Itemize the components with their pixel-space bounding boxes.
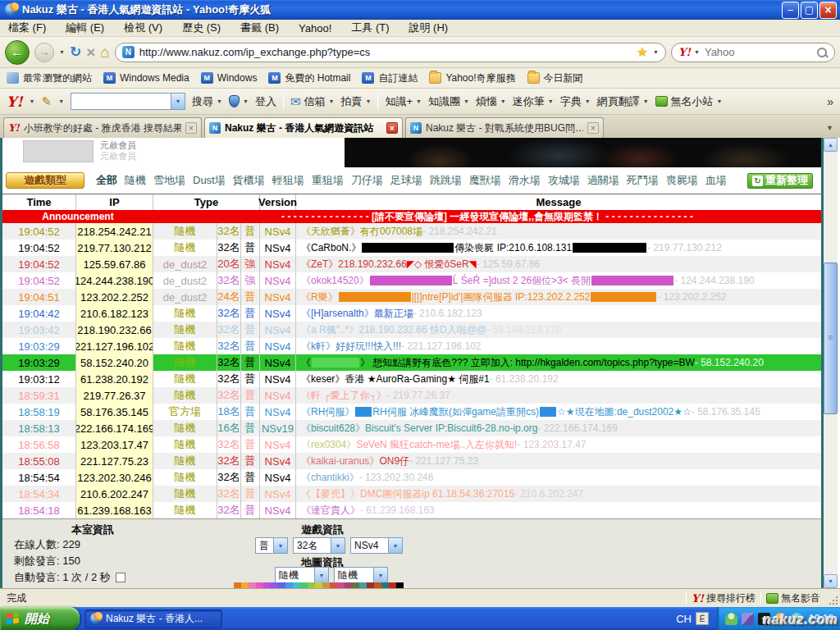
browser-tab[interactable]: Y!小班教学的好處 - 雅虎香港 搜尋結果× xyxy=(3,117,202,138)
palette-swatch[interactable] xyxy=(337,582,345,588)
yahoo-toolbar-item[interactable]: 知識+▼ xyxy=(385,94,422,109)
combo-dropdown-icon[interactable]: ▼ xyxy=(171,94,185,109)
table-row[interactable]: 19:03:1261.238.20.192隨機32名普NSv4《keser》香港… xyxy=(2,371,821,387)
maximize-button[interactable]: ▢ xyxy=(801,2,818,19)
tab-list-dropdown-icon[interactable]: ▼ xyxy=(823,124,837,132)
tray-app-icon[interactable] xyxy=(774,613,787,625)
bookmark-item[interactable]: MWindows xyxy=(201,72,258,84)
yahoo-toolbar-item[interactable]: ▼ xyxy=(229,95,249,107)
game-select[interactable]: NSv4▼ xyxy=(350,537,403,554)
browser-tab[interactable]: NNakuz 樂古 - 對戰系統使用BUG問…× xyxy=(405,117,604,138)
dropdown-caret-icon[interactable]: ▼ xyxy=(217,98,222,104)
refresh-list-button[interactable]: ↻ 重新整理 xyxy=(747,173,813,189)
game-type-link[interactable]: 重狙場 xyxy=(312,173,344,188)
yahoo-search-box[interactable]: Y! ▼ xyxy=(671,43,835,62)
game-type-link[interactable]: 隨機 xyxy=(125,173,146,188)
close-button[interactable]: × xyxy=(819,2,837,19)
dropdown-caret-icon[interactable]: ▼ xyxy=(717,98,723,104)
dropdown-caret-icon[interactable]: ▼ xyxy=(500,98,506,104)
pencil-icon[interactable]: ✎ xyxy=(42,94,52,109)
minimize-button[interactable]: – xyxy=(782,2,799,19)
select-dropdown-icon[interactable]: ▼ xyxy=(273,538,287,553)
table-row[interactable]: 18:54:1861.239.168.163隨機32名普NSv4《達官貴人》 -… xyxy=(2,502,821,518)
dropdown-caret-icon[interactable]: ▼ xyxy=(585,98,591,104)
tab-close-icon[interactable]: × xyxy=(185,122,197,134)
game-select[interactable]: 普▼ xyxy=(255,537,288,554)
game-type-link[interactable]: 過關場 xyxy=(587,173,619,188)
palette-swatch[interactable] xyxy=(330,582,337,588)
browser-tab[interactable]: NNakuz 樂古 - 香港人氣網遊資訊站× xyxy=(204,117,403,138)
dropdown-caret-icon[interactable]: ▼ xyxy=(416,98,422,104)
map-select[interactable]: 隨機▼ xyxy=(275,567,329,583)
game-type-link[interactable]: 貨櫃場 xyxy=(233,173,265,188)
menu-item[interactable]: 說明 (H) xyxy=(409,21,449,35)
tray-clock[interactable]: 19:12 xyxy=(809,613,833,624)
yahoo-toolbar-item[interactable]: 網頁翻譯▼ xyxy=(597,94,649,109)
table-row[interactable]: 18:56:58123.203.17.47隨機32名普NSv4《rex0304》… xyxy=(2,436,821,453)
bookmark-item[interactable]: Yahoo!奇摩服務 xyxy=(429,71,515,85)
palette-swatch[interactable] xyxy=(367,582,374,588)
scroll-down-icon[interactable]: ▼ xyxy=(824,574,838,588)
select-dropdown-icon[interactable]: ▼ xyxy=(373,568,387,582)
palette-swatch[interactable] xyxy=(389,582,396,588)
address-bar[interactable]: N http://www.nakuz.com/ip_exchange.php?t… xyxy=(115,43,666,62)
tray-update-icon[interactable] xyxy=(791,613,803,625)
yahoo-toolbar-item[interactable]: 無名小站▼ xyxy=(655,94,723,109)
tray-messenger-icon[interactable] xyxy=(725,613,737,625)
palette-swatch[interactable] xyxy=(308,582,315,588)
menu-item[interactable]: 書籤 (B) xyxy=(240,21,279,35)
forward-button[interactable]: → xyxy=(34,43,54,62)
palette-swatch[interactable] xyxy=(278,582,285,588)
ime-icon[interactable]: É xyxy=(696,612,709,625)
bookmark-item[interactable]: M自訂連結 xyxy=(362,71,418,85)
tray-media-icon[interactable] xyxy=(758,613,770,625)
table-row[interactable]: 18:54:54123.202.30.246隨機32名普NSv4《chantik… xyxy=(2,469,821,486)
url-text[interactable]: http://www.nakuz.com/ip_exchange.php?typ… xyxy=(139,46,632,58)
dropdown-caret-icon[interactable]: ▼ xyxy=(643,98,649,104)
palette-swatch[interactable] xyxy=(285,582,293,588)
menu-item[interactable]: 檔案 (F) xyxy=(8,21,46,35)
palette-swatch[interactable] xyxy=(241,582,249,588)
game-type-link[interactable]: 魔獸場 xyxy=(469,173,501,188)
table-row[interactable]: 19:03:29221.127.196.102隨機32名普NSv4《k軒》好好玩… xyxy=(2,338,821,354)
yahoo-toolbar-item[interactable]: 煩惱▼ xyxy=(476,94,506,109)
game-type-link[interactable]: 喪屍場 xyxy=(666,173,698,188)
table-row[interactable]: 18:58:1958.176.35.145官方場18名普NSv4《RH伺服》RH… xyxy=(2,404,821,420)
table-row[interactable]: 19:04:51123.202.2.252de_dust224名普NSv4《R樂… xyxy=(2,289,821,305)
map-select[interactable]: 隨機▼ xyxy=(334,567,388,583)
menu-item[interactable]: 編輯 (E) xyxy=(66,21,104,35)
scroll-up-icon[interactable]: ▲ xyxy=(824,138,838,152)
table-row[interactable]: 18:55:08221.127.75.23隨機32名普NSv4《kaikai-u… xyxy=(2,453,821,469)
game-type-link[interactable]: Dust場 xyxy=(193,173,226,188)
bookmark-item[interactable]: 最常瀏覽的網站 xyxy=(7,71,92,85)
game-type-link[interactable]: 跳跳場 xyxy=(430,173,462,188)
table-row[interactable]: 19:04:52219.77.130.212隨機32名普NSv4《CaRboN.… xyxy=(2,240,821,256)
language-indicator[interactable]: CH É xyxy=(676,612,709,625)
yahoo-toolbar-item[interactable]: 迷你筆▼ xyxy=(513,94,554,109)
bookmark-star-icon[interactable]: ★ xyxy=(637,44,648,60)
palette-swatch[interactable] xyxy=(293,582,300,588)
yahoo-toolbar-item[interactable]: 搜尋▼ xyxy=(192,94,222,109)
tab-close-icon[interactable]: × xyxy=(386,122,398,134)
dropdown-caret-icon[interactable]: ▼ xyxy=(329,98,335,104)
pencil-caret[interactable]: ▼ xyxy=(58,98,64,104)
yahoo-toolbar-item[interactable]: 拍賣▼ xyxy=(340,94,371,109)
yahoo-toolbar-item[interactable]: 字典▼ xyxy=(560,94,591,109)
resize-grip[interactable] xyxy=(827,589,840,607)
yahoo-rank-statusbar[interactable]: Y! 搜尋排行榜 xyxy=(692,591,756,605)
dropdown-caret-icon[interactable]: ▼ xyxy=(548,98,554,104)
game-type-link[interactable]: 全部 xyxy=(96,173,117,188)
select-dropdown-icon[interactable]: ▼ xyxy=(388,538,402,553)
bookmark-item[interactable]: M免費的 Hotmail xyxy=(268,71,350,85)
palette-swatch[interactable] xyxy=(234,582,241,588)
menu-item[interactable]: 檢視 (V) xyxy=(124,21,162,35)
palette-swatch[interactable] xyxy=(263,582,271,588)
yahoo-search-combo[interactable]: ▼ xyxy=(71,93,185,110)
game-type-link[interactable]: 死鬥場 xyxy=(627,173,659,188)
history-dropdown-icon[interactable]: ▼ xyxy=(59,49,65,55)
game-type-link[interactable]: 足球場 xyxy=(390,173,422,188)
palette-swatch[interactable] xyxy=(345,582,352,588)
palette-swatch[interactable] xyxy=(352,582,359,588)
tray-network-icon[interactable] xyxy=(742,613,754,625)
palette-swatch[interactable] xyxy=(315,582,322,588)
